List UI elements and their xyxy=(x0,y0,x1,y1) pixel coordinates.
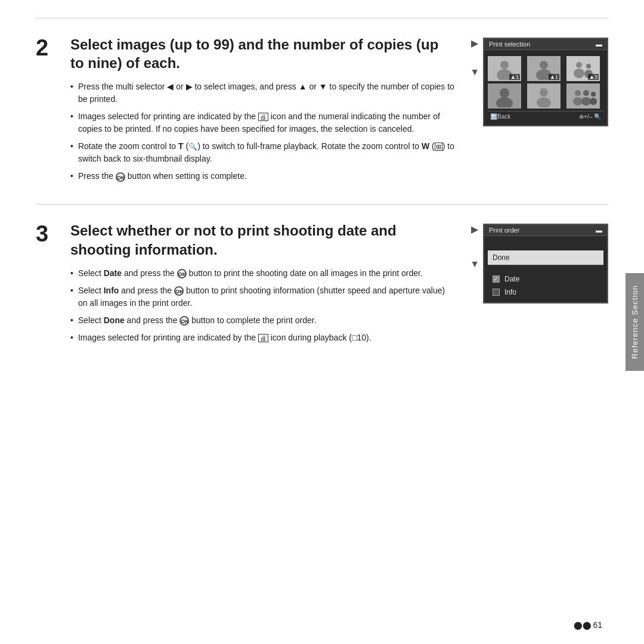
po-title: Print order xyxy=(489,227,519,234)
po-body: Done ✓ Date Info xyxy=(484,236,607,302)
bullet-2-1: Press the multi selector ◀ or ▶ to selec… xyxy=(70,80,456,106)
svg-point-20 xyxy=(583,90,589,96)
svg-point-7 xyxy=(576,62,582,68)
page-num-text: 61 xyxy=(593,620,602,630)
info-checkbox xyxy=(493,289,500,296)
section-2: 2 Select images (up to 99) and the numbe… xyxy=(36,18,608,199)
thumb-1-count: ▲1 xyxy=(509,74,520,80)
section-2-screen-panel: ▶ ▼ Print selection ▬ xyxy=(470,38,608,126)
down-arrow-icon-3: ▼ xyxy=(470,259,479,270)
po-spacer xyxy=(488,240,603,250)
section-3-number: 3 xyxy=(36,222,58,245)
page-number: ⬤⬤ 61 xyxy=(574,620,602,630)
thumbnails-row2 xyxy=(488,83,603,109)
svg-point-21 xyxy=(581,97,591,106)
screen-header-2: Print selection ▬ xyxy=(484,39,607,50)
down-arrow-icon: ▼ xyxy=(470,67,479,78)
svg-point-15 xyxy=(540,88,548,97)
thumbnails-row1: ▲1 ▲1 xyxy=(488,56,603,81)
po-spacer2 xyxy=(488,265,603,273)
print-selection-screen: Print selection ▬ xyxy=(483,38,608,126)
screen-title-2: Print selection xyxy=(489,41,530,48)
camera-icon: ⬤⬤ xyxy=(574,621,592,630)
po-info-item: Info xyxy=(488,286,603,299)
bullet-3-1-text: Select Date and press the OK button to p… xyxy=(78,267,456,280)
ok-icon-3-2: OK xyxy=(174,286,184,296)
section-2-content: Select images (up to 99) and the number … xyxy=(70,35,608,187)
section-2-wrapper: Select images (up to 99) and the number … xyxy=(70,35,608,187)
section-3-content: Select whether or not to print shooting … xyxy=(70,221,608,348)
ok-icon-3-1: OK xyxy=(177,269,187,278)
screen-battery-icon: ▬ xyxy=(596,41,602,48)
bullet-3-3-text: Select Done and press the OK button to c… xyxy=(78,314,456,327)
thumb-2-count: ▲1 xyxy=(549,74,559,80)
date-label: Date xyxy=(504,275,519,283)
reference-section-tab: Reference Section xyxy=(626,273,644,371)
section-3: 3 Select whether or not to print shootin… xyxy=(36,204,608,360)
bullet-2-1-text: Press the multi selector ◀ or ▶ to selec… xyxy=(78,80,456,106)
section-3-wrapper: Select whether or not to print shooting … xyxy=(70,221,608,348)
screen-body-2: ▲1 ▲1 xyxy=(484,50,607,125)
thumbnail-3: ▲3 xyxy=(566,56,600,81)
section-2-bullets: Press the multi selector ◀ or ▶ to selec… xyxy=(70,80,456,182)
svg-point-1 xyxy=(500,61,509,69)
ok-button-icon: OK xyxy=(116,172,125,182)
section-3-bullets: Select Date and press the OK button to p… xyxy=(70,267,456,344)
svg-point-8 xyxy=(574,69,584,78)
play-arrow-icon: ▶ xyxy=(471,38,478,49)
back-label: 🔙Back xyxy=(490,113,510,120)
svg-point-4 xyxy=(540,61,548,69)
section-3-heading: Select whether or not to print shooting … xyxy=(70,221,456,258)
bullet-2-3-text: Rotate the zoom control to T (🔍) to swit… xyxy=(78,140,456,165)
date-checkbox: ✓ xyxy=(493,275,500,283)
bullet-3-1: Select Date and press the OK button to p… xyxy=(70,267,456,280)
thumbnail-4 xyxy=(488,83,521,109)
section-2-left: Select images (up to 99) and the number … xyxy=(70,35,456,187)
svg-point-9 xyxy=(586,64,591,69)
bullet-3-3: Select Done and press the OK button to c… xyxy=(70,314,456,327)
screen-nav-2: 🔙Back ⊕+/– 🔍 xyxy=(488,111,603,122)
po-done-item: Done xyxy=(488,250,603,265)
svg-point-12 xyxy=(500,88,509,98)
bullet-2-4-text: Press the OK button when setting is comp… xyxy=(78,170,456,182)
info-label: Info xyxy=(504,288,516,296)
svg-point-23 xyxy=(590,98,597,105)
bullet-2-2-text: Images selected for printing are indicat… xyxy=(78,110,456,135)
nav-arrows-3: ▶ ▼ xyxy=(470,224,479,270)
po-header: Print order ▬ xyxy=(484,225,607,236)
section-2-heading: Select images (up to 99) and the number … xyxy=(70,35,456,72)
play-arrow-icon-3: ▶ xyxy=(471,224,478,235)
thumb-3-count: ▲3 xyxy=(588,74,599,80)
bullet-2-2: Images selected for printing are indicat… xyxy=(70,110,456,135)
po-battery: ▬ xyxy=(596,227,602,234)
nav-arrows-2: ▶ ▼ xyxy=(470,38,479,78)
section-3-left: Select whether or not to print shooting … xyxy=(70,221,456,348)
ok-icon-3-3: OK xyxy=(179,316,189,326)
svg-point-19 xyxy=(573,97,583,106)
section-2-number: 2 xyxy=(36,36,58,59)
thumbnail-6 xyxy=(566,83,600,109)
page-container: 2 Select images (up to 99) and the numbe… xyxy=(0,0,644,644)
print-order-screen: Print order ▬ Done ✓ Date xyxy=(483,224,608,304)
bullet-3-4: Images selected for printing are indicat… xyxy=(70,332,456,344)
svg-point-22 xyxy=(591,92,596,97)
thumb-4-svg xyxy=(490,85,519,107)
thumbnail-5 xyxy=(527,83,561,109)
zoom-label: ⊕+/– 🔍 xyxy=(579,113,601,120)
bullet-2-3: Rotate the zoom control to T (🔍) to swit… xyxy=(70,140,456,165)
section-3-screen-panel: ▶ ▼ Print order ▬ Done xyxy=(470,224,608,304)
thumb-6-svg xyxy=(568,85,598,107)
po-date-item: ✓ Date xyxy=(488,273,603,286)
bullet-3-2: Select Info and press the OK button to p… xyxy=(70,284,456,309)
bullet-3-4-text: Images selected for printing are indicat… xyxy=(78,332,456,344)
bullet-3-2-text: Select Info and press the OK button to p… xyxy=(78,284,456,309)
thumb-5-svg xyxy=(529,85,559,107)
thumbnail-2: ▲1 xyxy=(527,56,561,81)
svg-point-18 xyxy=(575,90,581,96)
thumbnail-1: ▲1 xyxy=(488,56,521,81)
bullet-2-4: Press the OK button when setting is comp… xyxy=(70,170,456,182)
